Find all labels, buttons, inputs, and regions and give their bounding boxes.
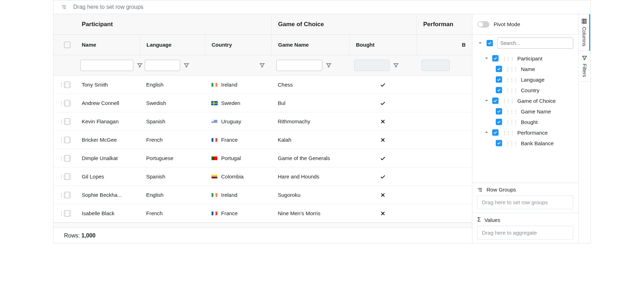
cell-name: Dimple Unalkat: [82, 155, 118, 161]
table-row[interactable]: ⋮⋮⋮ Sophie Beckha... English Ireland Sug…: [53, 186, 472, 204]
filter-input-name[interactable]: [80, 60, 133, 71]
row-checkbox[interactable]: [64, 137, 70, 143]
tree-collapse-all[interactable]: [477, 40, 482, 46]
tree-leaf[interactable]: ⋮⋮⋮Game Name: [477, 106, 574, 117]
cell-language: French: [146, 210, 163, 216]
header-group-performance-label: Performan: [423, 21, 453, 28]
drag-handle-icon[interactable]: ⋮⋮⋮: [506, 109, 517, 114]
table-row[interactable]: ⋮⋮⋮ Gil Lopes Spanish Colombia Hare and …: [53, 167, 472, 186]
tree-group[interactable]: ⋮⋮⋮Participant: [477, 53, 574, 64]
values-dropzone[interactable]: Drag here to aggregate: [477, 226, 573, 240]
checkbox[interactable]: [496, 140, 502, 146]
row-checkbox[interactable]: [64, 192, 70, 198]
header-col-gamename[interactable]: Game Name: [271, 35, 349, 55]
tree-group[interactable]: ⋮⋮⋮Game of Choice: [477, 95, 574, 106]
flag-icon: [211, 156, 218, 160]
drag-handle-icon[interactable]: ⋮⋮⋮: [502, 56, 514, 61]
sidebar-btn-columns[interactable]: Columns: [579, 14, 590, 51]
row-checkbox[interactable]: [64, 173, 70, 180]
filter-icon[interactable]: [259, 63, 266, 68]
checkbox[interactable]: [496, 119, 502, 125]
row-checkbox[interactable]: [64, 100, 70, 106]
filter-input-language[interactable]: [145, 60, 180, 71]
header-group-performance[interactable]: Performan: [416, 14, 472, 34]
pivot-mode-row: Pivot Mode: [472, 14, 578, 35]
header-col-perf-extra[interactable]: B: [416, 35, 472, 55]
main-area: Participant Game of Choice Performan Nam…: [53, 14, 591, 243]
header-col-name[interactable]: Name: [75, 35, 140, 55]
checkbox[interactable]: [492, 129, 499, 136]
checkbox[interactable]: [496, 87, 502, 93]
tree-leaf[interactable]: ⋮⋮⋮Language: [477, 74, 574, 85]
tree-leaf-label: Bank Balance: [521, 140, 554, 146]
cell-language: English: [146, 82, 163, 88]
filter-cell-language: [140, 55, 205, 75]
svg-rect-12: [582, 19, 583, 23]
drag-handle-icon[interactable]: ⋮⋮⋮: [506, 66, 517, 72]
row-checkbox[interactable]: [64, 118, 70, 125]
drag-handle-icon[interactable]: ⋮⋮⋮: [506, 119, 517, 125]
drag-handle-icon[interactable]: ⋮⋮⋮: [506, 77, 517, 82]
header-col-bought[interactable]: Bought: [349, 35, 416, 55]
checkbox[interactable]: [496, 66, 502, 72]
filter-icon[interactable]: [326, 63, 333, 68]
filter-icon[interactable]: [184, 63, 191, 68]
table-row[interactable]: ⋮⋮⋮ Dimple Unalkat Portuguese Portugal G…: [53, 149, 472, 167]
flag-icon: [211, 119, 218, 124]
header-group-game[interactable]: Game of Choice: [271, 14, 416, 34]
header-group-participant-label: Participant: [82, 21, 113, 28]
header-select-all[interactable]: [64, 35, 75, 55]
pivot-mode-label: Pivot Mode: [494, 21, 520, 27]
cross-icon: [356, 137, 410, 143]
table-row[interactable]: ⋮⋮⋮ Isabelle Black French France Nine Me…: [53, 204, 472, 223]
tree-leaf[interactable]: ⋮⋮⋮Country: [477, 85, 574, 95]
filter-input-bought: [354, 60, 390, 71]
drag-handle-icon[interactable]: ⋮⋮⋮: [506, 141, 517, 146]
drag-handle-icon[interactable]: ⋮⋮⋮: [502, 130, 514, 135]
table-row[interactable]: ⋮⋮⋮ Kevin Flanagan Spanish Uruguay Rithm…: [53, 112, 472, 131]
tree-leaf-label: Bought: [521, 119, 538, 125]
header-group-row: Participant Game of Choice Performan: [53, 14, 472, 35]
row-group-dropzone-bar[interactable]: Drag here to set row groups: [53, 0, 591, 14]
check-icon: [356, 155, 410, 161]
pivot-mode-toggle[interactable]: [477, 21, 489, 28]
checkbox[interactable]: [496, 108, 502, 114]
column-tree[interactable]: ⋮⋮⋮Participant⋮⋮⋮Name⋮⋮⋮Language⋮⋮⋮Count…: [472, 52, 578, 183]
columns-tool-panel: Pivot Mode ⋮⋮⋮Participant⋮⋮⋮Name⋮⋮⋮Langu…: [472, 14, 579, 243]
filter-input-gamename[interactable]: [276, 60, 322, 71]
header-col-country[interactable]: Country: [205, 35, 271, 55]
chevron-down-icon[interactable]: [484, 98, 489, 104]
tree-leaf[interactable]: ⋮⋮⋮Bought: [477, 117, 574, 127]
row-checkbox[interactable]: [64, 210, 70, 217]
chevron-down-icon[interactable]: [484, 55, 489, 61]
header-group-participant[interactable]: Participant: [75, 14, 271, 34]
row-checkbox[interactable]: [64, 155, 70, 161]
checkbox[interactable]: [492, 55, 499, 61]
header-columns-row: Name Language Country Game Name Bought B: [53, 35, 472, 55]
tree-leaf[interactable]: ⋮⋮⋮Bank Balance: [477, 138, 574, 148]
header-col-language[interactable]: Language: [140, 35, 205, 55]
table-row[interactable]: ⋮⋮⋮ Bricker McGee French France Kalah: [53, 131, 472, 149]
row-groups-title: Row Groups: [487, 187, 516, 193]
drag-handle-icon[interactable]: ⋮⋮⋮: [502, 98, 514, 104]
filter-icon[interactable]: [393, 63, 400, 68]
grid-body[interactable]: ⋮⋮⋮ Tony Smith English Ireland Chess ⋮⋮⋮…: [53, 76, 472, 223]
drag-handle-icon[interactable]: ⋮⋮⋮: [506, 88, 517, 93]
filter-cell-country: [205, 55, 271, 75]
cell-name: Kevin Flanagan: [82, 118, 119, 124]
row-groups-dropzone[interactable]: Drag here to set row groups: [477, 195, 573, 209]
column-search-input[interactable]: [497, 37, 573, 49]
horizontal-scrollbar[interactable]: [53, 223, 472, 228]
table-row[interactable]: ⋮⋮⋮ Tony Smith English Ireland Chess: [53, 76, 472, 94]
row-groups-section: Row Groups Drag here to set row groups: [472, 183, 578, 213]
tree-leaf[interactable]: ⋮⋮⋮Name: [477, 64, 574, 74]
tree-group[interactable]: ⋮⋮⋮Performance: [477, 127, 574, 138]
checkbox[interactable]: [496, 76, 502, 83]
sidebar-btn-filters[interactable]: Filters: [580, 51, 590, 82]
chevron-down-icon[interactable]: [484, 130, 489, 135]
checkbox[interactable]: [492, 98, 499, 104]
table-row[interactable]: ⋮⋮⋮ Andrew Connell Swedish Sweden Bul: [53, 94, 472, 112]
row-checkbox[interactable]: [64, 82, 70, 88]
cell-name: Gil Lopes: [82, 173, 104, 180]
tree-select-all-checkbox[interactable]: [487, 40, 493, 46]
